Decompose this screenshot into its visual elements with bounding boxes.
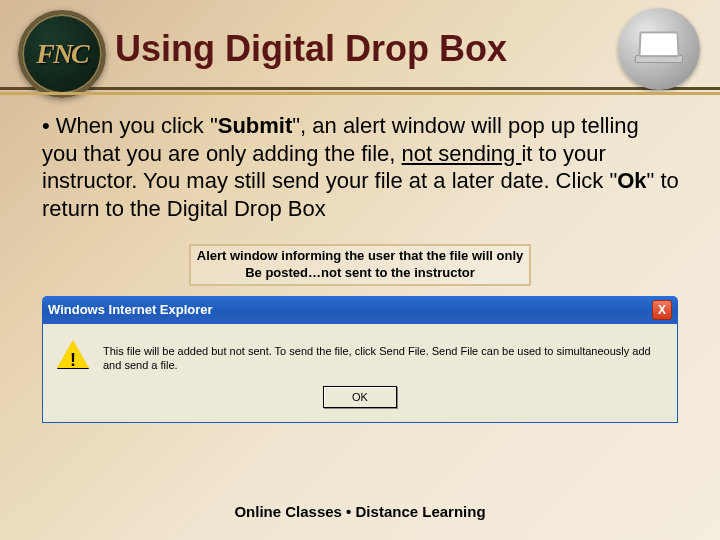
- slide-header: FNC Using Digital Drop Box: [0, 0, 720, 90]
- caption-line-1: Alert window informing the user that the…: [197, 248, 523, 265]
- close-icon: X: [658, 303, 666, 317]
- laptop-icon: [618, 8, 700, 90]
- slide-footer: Online Classes • Distance Learning: [0, 503, 720, 520]
- dialog-message: This file will be added but not sent. To…: [103, 340, 663, 373]
- dialog-title: Windows Internet Explorer: [48, 302, 652, 317]
- caption-line-2: Be posted…not sent to the instructor: [197, 265, 523, 282]
- dialog-body: ! This file will be added but not sent. …: [42, 324, 678, 424]
- logo-badge: FNC: [18, 10, 106, 98]
- close-button[interactable]: X: [652, 300, 672, 320]
- bullet: •: [42, 113, 56, 138]
- submit-word: Submit: [218, 113, 293, 138]
- text-run: When you click ": [56, 113, 218, 138]
- ok-button[interactable]: OK: [323, 386, 397, 408]
- dialog-titlebar: Windows Internet Explorer X: [42, 296, 678, 324]
- not-sending-word: not sending: [402, 141, 522, 166]
- dialog-caption: Alert window informing the user that the…: [0, 244, 720, 286]
- slide-title: Using Digital Drop Box: [115, 28, 507, 70]
- ok-word: Ok: [617, 168, 646, 193]
- warning-icon: !: [57, 340, 89, 372]
- logo-text: FNC: [36, 38, 88, 70]
- alert-dialog: Windows Internet Explorer X ! This file …: [42, 296, 678, 424]
- body-text: • When you click "Submit", an alert wind…: [0, 90, 720, 222]
